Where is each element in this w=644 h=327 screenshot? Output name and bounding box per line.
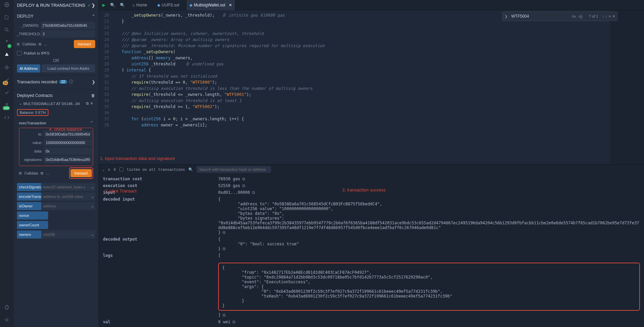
code-icon[interactable] xyxy=(4,115,9,121)
chevron-right-icon[interactable]: ❯ xyxy=(503,12,509,21)
terminal-row: transaction cost76930 gas⧉ xyxy=(103,176,640,182)
editor-find-bar: ❯ Aa ab̲ ? of 1 ↑ ↓ ≡ ✕ xyxy=(502,12,618,21)
func-owners-input[interactable] xyxy=(41,230,90,239)
calldata-label[interactable]: Calldata xyxy=(22,42,36,46)
tx-recorded-row[interactable]: Transactions recorded 22 ⓘ ❯ xyxy=(17,77,95,87)
copy-icon[interactable]: ⧉ xyxy=(17,42,20,46)
params-ellipsis[interactable]: ... xyxy=(44,42,47,46)
file-explorer-icon[interactable] xyxy=(4,15,9,21)
chevron-down-icon[interactable]: ⌄ xyxy=(19,101,22,106)
code-lines[interactable]: _setupOwners(_owners, _threshold); 🛢 inf… xyxy=(112,10,608,164)
chevron-up-icon[interactable]: ⌃ xyxy=(92,14,95,19)
tab-multisig[interactable]: ◆MultisigWallet.sol✕ xyxy=(187,0,234,10)
publish-ipfs-checkbox[interactable] xyxy=(17,51,22,56)
to-input[interactable]: 0x5B38Da6a701c568545d xyxy=(44,130,92,138)
copy-icon[interactable]: ⧉ xyxy=(223,246,226,251)
find-count: ? of 1 xyxy=(587,14,600,18)
trash-icon[interactable]: 🗑 xyxy=(91,93,95,98)
panel-expand-icon[interactable]: ❯ xyxy=(91,3,95,8)
func-checkSignatu-input[interactable] xyxy=(41,183,90,191)
badge-34: 34 xyxy=(3,81,8,85)
debugger-icon[interactable] xyxy=(4,65,9,71)
close-tab-icon[interactable]: ✕ xyxy=(229,3,232,7)
func-encodeTransa[interactable]: encodeTransa xyxy=(17,192,41,201)
value-input[interactable]: 1000000000000000000 xyxy=(44,139,92,146)
info-icon[interactable]: ⓘ xyxy=(69,79,73,85)
compiler-icon[interactable]: ✓ xyxy=(4,40,9,46)
copy-icon[interactable]: ⧉ xyxy=(223,230,226,235)
chevron-down-icon[interactable]: ⌄ xyxy=(90,183,95,191)
copy-icon[interactable]: ⧉ xyxy=(86,101,89,106)
badge-208: 208 xyxy=(3,106,10,110)
next-match-icon[interactable]: ↓ xyxy=(605,14,607,18)
analytics-icon[interactable]: 34 xyxy=(4,77,9,84)
func-nonce[interactable]: nonce xyxy=(17,211,48,220)
at-address-button[interactable]: At Address xyxy=(17,64,40,73)
func-ownerCount[interactable]: ownerCount xyxy=(17,221,48,229)
find-in-selection-icon[interactable]: ≡ xyxy=(609,14,611,18)
transact-button[interactable]: transact xyxy=(74,40,95,48)
clear-icon[interactable]: ⊘ xyxy=(108,167,110,172)
plugin-manager-icon[interactable] xyxy=(4,305,9,311)
load-contract-input[interactable]: Load contract from Addre xyxy=(42,64,95,73)
params-ellipsis[interactable]: ... xyxy=(46,171,49,175)
func-checkSignatu[interactable]: checkSignatu xyxy=(17,183,41,191)
listen-checkbox[interactable] xyxy=(119,167,123,171)
copy-icon[interactable]: ⧉ xyxy=(242,183,245,188)
search-icon[interactable] xyxy=(4,27,9,34)
func-isOwner-input[interactable] xyxy=(41,202,90,210)
settings-icon[interactable] xyxy=(4,317,9,324)
minimap[interactable] xyxy=(610,10,644,164)
logs-output-box: { "from": "0x1482717Eb2eA8Ecd81d2d8C403C… xyxy=(218,263,640,311)
copy-icon[interactable]: ⧉ xyxy=(41,171,43,176)
or-divider: OR xyxy=(17,57,95,64)
tab-uups[interactable]: ◆UUPS.sol xyxy=(154,0,182,10)
terminal-row: logs[ xyxy=(103,252,640,259)
deploy-section-title[interactable]: DEPLOY ⌃ xyxy=(17,12,95,21)
chevron-up-icon[interactable]: ⌃ xyxy=(90,121,93,125)
remix-logo-icon[interactable] xyxy=(4,2,9,8)
match-case-toggle[interactable]: Aa xyxy=(572,14,576,19)
exec-transact-button[interactable]: transact xyxy=(70,169,92,177)
prev-match-icon[interactable]: ↑ xyxy=(602,14,604,18)
copy-icon[interactable]: ⧉ xyxy=(223,313,226,318)
chevron-down-icon[interactable]: ⌄ xyxy=(90,202,95,210)
copy-icon[interactable]: ⧉ xyxy=(39,42,41,46)
unit-testing-icon[interactable] xyxy=(4,90,9,96)
balance-badge: Balance: 0 ETH xyxy=(17,109,48,116)
user-icon[interactable]: 208 xyxy=(4,102,9,109)
find-input[interactable] xyxy=(509,14,569,19)
owners-input[interactable]: ["0x5B38Da6a701c568545 xyxy=(41,22,95,29)
exec-transaction-header[interactable]: execTransaction xyxy=(19,121,46,125)
match-word-toggle[interactable]: ab̲ xyxy=(578,14,583,19)
func-encodeTransa-input[interactable] xyxy=(41,192,90,201)
chevron-down-icon[interactable]: ⌄ xyxy=(90,230,95,239)
terminal-toggle-icon[interactable]: ⌄ xyxy=(102,167,105,172)
zoom-in-icon[interactable]: 🔍 xyxy=(120,3,125,7)
copy-icon[interactable]: ⧉ xyxy=(252,190,255,195)
func-owners[interactable]: owners xyxy=(17,230,41,239)
code-editor[interactable]: 20212223242526272829303132333435363738 _… xyxy=(99,10,644,164)
contract-instance[interactable]: MULTISIGWALLET AT 0X148...04 xyxy=(23,102,80,106)
data-input[interactable]: 0x xyxy=(44,147,92,155)
run-icon[interactable]: ▶ xyxy=(102,3,105,7)
deploy-icon[interactable] xyxy=(4,52,9,59)
zoom-out-icon[interactable]: 🔍 xyxy=(110,3,115,7)
signatures-input[interactable]: 0x014db45aa753fefeca3f9 xyxy=(44,156,92,163)
copy-icon[interactable]: ⧉ xyxy=(242,177,245,181)
deploy-run-panel: DEPLOY & RUN TRANSACTIONS ✓ ❯ DEPLOY ⌃ _… xyxy=(14,0,99,327)
tab-home[interactable]: ⌂Home xyxy=(130,0,150,10)
close-icon[interactable]: ✕ xyxy=(90,101,93,106)
chevron-right-icon[interactable]: ❯ xyxy=(92,80,95,84)
terminal-prompt[interactable]: > xyxy=(103,325,640,327)
copy-icon[interactable]: ⧉ xyxy=(19,171,22,176)
calldata-label[interactable]: Calldata xyxy=(24,171,38,175)
terminal-search-input[interactable] xyxy=(196,166,271,173)
func-isOwner[interactable]: isOwner xyxy=(17,202,41,210)
threshold-input[interactable]: 2 xyxy=(41,30,95,38)
copy-icon[interactable]: ⧉ xyxy=(232,320,235,324)
search-icon[interactable]: 🔍 xyxy=(188,167,193,172)
terminal-row: execution cost52550 gas⧉ xyxy=(103,182,640,189)
chevron-down-icon[interactable]: ⌄ xyxy=(90,192,95,201)
close-find-icon[interactable]: ✕ xyxy=(612,14,615,19)
